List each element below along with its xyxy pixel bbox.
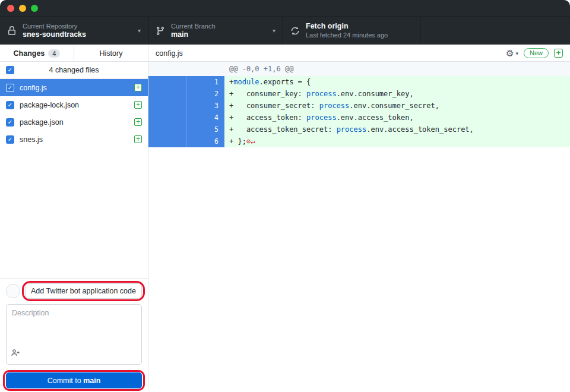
zoom-button[interactable] [31,5,38,12]
code-segment: .env.consumer_secret, [349,102,439,110]
file-row[interactable]: ✓snes.js+ [0,131,148,148]
file-row[interactable]: ✓package.json+ [0,113,148,131]
diff-lines: 1+module.exports = {2+ consumer_key: pro… [148,76,570,147]
add-coauthor-icon[interactable] [11,348,20,360]
tab-changes[interactable]: Changes 4 [0,45,74,61]
changed-files-summary: 4 changed files [0,66,148,74]
diff-gutter-old[interactable] [148,135,186,147]
branch-name: main [171,30,216,39]
code-segment: + consumer_key: [229,90,306,98]
repository-label: Current Repository [23,22,86,30]
lock-icon [7,26,17,36]
code-segment: process [337,125,367,134]
commit-button-wrap: Commit to main [6,372,142,388]
select-all-row: ✓ 4 changed files [0,62,148,79]
commit-summary-input[interactable] [25,283,142,299]
diff-view: config.js ⚙ ▾ New + @@ -0,0 +1,6 @@ 1+mo… [148,45,570,392]
diff-line-code: + };⊘↵ [224,135,570,147]
code-segment: + }; [229,137,246,146]
code-segment: process [306,90,337,98]
changes-sidebar: Changes 4 History ✓ 4 changed files ✓con… [0,45,148,392]
code-segment: process [319,102,350,110]
diff-gutter-line-number[interactable]: 5 [186,124,224,135]
diff-line-code: + access_token_secret: process.env.acces… [224,124,570,135]
code-segment: + access_token: [229,113,306,122]
code-segment: .env.access_token, [337,113,414,122]
repository-name: snes-soundtracks [23,30,86,39]
chevron-down-icon: ▾ [138,27,141,34]
avatar [6,284,20,298]
diff-gutter-line-number[interactable]: 4 [186,112,224,124]
hunk-header: @@ -0,0 +1,6 @@ [148,62,570,76]
hunk-header-text: @@ -0,0 +1,6 @@ [229,65,293,73]
diff-line: 4+ access_token: process.env.access_toke… [148,112,570,124]
diff-line: 1+module.exports = { [148,76,570,88]
diff-file-title: config.js [156,49,183,58]
file-row[interactable]: ✓package-lock.json+ [0,96,148,113]
chevron-down-icon: ▾ [515,50,518,56]
fetch-label: Fetch origin [306,22,388,31]
code-segment: + consumer_secret: [229,102,319,110]
diff-line-code: + consumer_key: process.env.consumer_key… [224,88,570,100]
repository-selector[interactable]: Current Repository snes-soundtracks ▾ [0,17,148,45]
file-added-icon: + [134,135,142,143]
diff-line-code: +module.exports = { [224,76,570,88]
file-checkbox[interactable]: ✓ [6,135,14,144]
commit-button[interactable]: Commit to main [6,372,142,388]
diff-gutter-line-number[interactable]: 6 [186,135,224,147]
diff-line: 6+ };⊘↵ [148,135,570,147]
gear-icon: ⚙ [506,49,514,58]
commit-description-input[interactable] [6,304,142,365]
diff-gutter-old[interactable] [148,124,186,135]
diff-gutter-line-number[interactable]: 2 [186,88,224,100]
tab-changes-label: Changes [14,49,45,58]
file-checkbox[interactable]: ✓ [6,101,14,109]
git-branch-icon [156,26,165,36]
select-all-checkbox[interactable]: ✓ [6,66,14,74]
tab-history-label: History [100,49,123,58]
close-button[interactable] [7,5,14,12]
titlebar [0,0,570,17]
file-added-icon: + [134,118,142,126]
fetch-origin-button[interactable]: Fetch origin Last fetched 24 minutes ago [283,17,420,45]
commit-button-branch: main [83,377,100,385]
file-added-icon: + [554,49,563,58]
code-segment: .exports = { [259,78,311,86]
fetch-status: Last fetched 24 minutes ago [306,31,388,39]
commit-button-prefix: Commit to [48,377,83,385]
diff-gutter-old[interactable] [148,76,186,88]
tab-history[interactable]: History [74,45,148,61]
sidebar-tabs: Changes 4 History [0,45,148,62]
file-checkbox[interactable]: ✓ [6,84,14,92]
sync-icon [290,26,300,36]
chevron-down-icon: ▾ [273,27,276,34]
diff-options-button[interactable]: ⚙ ▾ [506,49,518,58]
code-segment: module [233,78,259,86]
file-row[interactable]: ✓config.js+ [0,79,148,96]
diff-line-code: + consumer_secret: process.env.consumer_… [224,100,570,112]
file-name: snes.js [20,135,43,144]
file-name: package.json [20,118,64,127]
code-segment: .env.consumer_key, [337,90,414,98]
diff-content: @@ -0,0 +1,6 @@ 1+module.exports = {2+ c… [148,62,570,147]
diff-line: 5+ access_token_secret: process.env.acce… [148,124,570,135]
new-file-badge: New [524,48,549,58]
file-added-icon: + [134,101,142,109]
content-area: Changes 4 History ✓ 4 changed files ✓con… [0,45,570,392]
branch-label: Current Branch [171,22,216,30]
branch-selector[interactable]: Current Branch main ▾ [148,17,283,45]
file-checkbox[interactable]: ✓ [6,118,14,127]
code-segment: + access_token_secret: [229,125,337,134]
code-segment: ⊘↵ [246,137,255,146]
diff-gutter-old[interactable] [148,88,186,100]
minimize-button[interactable] [19,5,26,12]
code-segment: .env.access_token_secret, [366,125,474,134]
github-desktop-window: Current Repository snes-soundtracks ▾ Cu… [0,0,570,392]
diff-gutter-line-number[interactable]: 1 [186,76,224,88]
commit-description-wrap [6,304,142,365]
diff-gutter-old[interactable] [148,112,186,124]
code-segment: process [306,113,337,122]
toolbar: Current Repository snes-soundtracks ▾ Cu… [0,17,570,45]
diff-gutter-line-number[interactable]: 3 [186,100,224,112]
diff-gutter-old[interactable] [148,100,186,112]
